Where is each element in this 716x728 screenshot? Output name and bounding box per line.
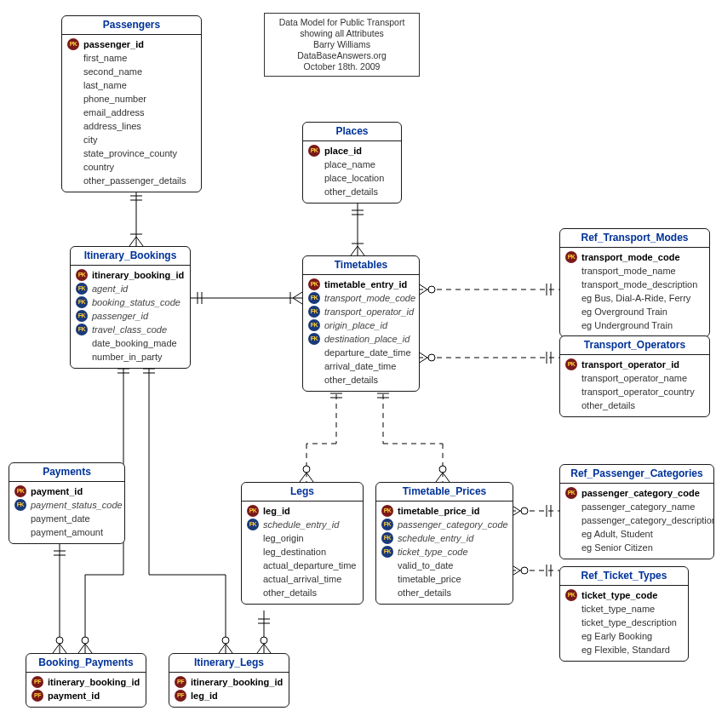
attribute-row: other_details	[308, 373, 414, 387]
attribute-name: place_name	[324, 158, 375, 170]
attr-list: PKticket_type_codeticket_type_nameticket…	[560, 586, 688, 661]
attribute-row: eg Underground Train	[565, 318, 704, 332]
attribute-name: schedule_entry_id	[398, 532, 473, 544]
attr-list: PKpayment_idFKpayment_status_codepayment…	[9, 482, 124, 543]
key-spacer	[565, 265, 577, 277]
attribute-row: email_address	[67, 106, 196, 119]
attribute-name: ticket_type_code	[581, 589, 657, 601]
attribute-row: ticket_type_name	[565, 602, 683, 616]
key-spacer	[308, 374, 320, 386]
attribute-row: country	[67, 160, 196, 174]
fk-badge: FK	[308, 292, 320, 304]
attribute-name: ticket_type_code	[398, 546, 468, 558]
entity-title: Booking_Payments	[26, 654, 146, 673]
attribute-name: eg Early Booking	[581, 630, 652, 642]
attribute-name: agent_id	[92, 283, 128, 295]
entity-title: Places	[303, 123, 401, 141]
attribute-row: PKpayment_id	[14, 484, 119, 498]
attribute-row: PKtransport_operator_id	[565, 358, 704, 371]
key-spacer	[67, 79, 79, 91]
attribute-name: other_details	[263, 587, 317, 599]
attribute-name: other_details	[324, 186, 378, 198]
attribute-row: FKticket_type_code	[381, 545, 507, 559]
entity-itinerary-bookings: Itinerary_Bookings PKitinerary_booking_i…	[70, 246, 191, 369]
attribute-row: FKschedule_entry_id	[247, 518, 358, 531]
key-spacer	[381, 573, 393, 585]
svg-point-25	[303, 466, 310, 473]
key-spacer	[67, 93, 79, 105]
caption-line: Barry Williams	[272, 39, 412, 50]
attribute-row: eg Overground Train	[565, 305, 704, 318]
key-spacer	[565, 644, 577, 656]
key-spacer	[247, 532, 259, 544]
svg-point-55	[56, 637, 63, 644]
attribute-row: FKschedule_entry_id	[381, 531, 507, 545]
attribute-row: PFleg_id	[175, 689, 284, 702]
key-spacer	[67, 134, 79, 146]
attribute-row: arrival_date_time	[308, 359, 414, 373]
pf-badge: PF	[175, 690, 186, 702]
attribute-row: PFitinerary_booking_id	[175, 675, 284, 689]
entity-booking-payments: Booking_Payments PFitinerary_booking_idP…	[26, 653, 146, 708]
attribute-name: timetable_price_id	[398, 505, 480, 517]
fk-badge: FK	[76, 296, 88, 308]
attribute-name: payment_status_code	[31, 499, 123, 511]
attribute-row: PKleg_id	[247, 504, 358, 518]
attribute-name: leg_id	[191, 690, 218, 702]
attribute-name: itinerary_booking_id	[48, 676, 140, 688]
key-spacer	[247, 573, 259, 585]
entity-itinerary-legs: Itinerary_Legs PFitinerary_booking_idPFl…	[169, 653, 289, 708]
attribute-name: valid_to_date	[398, 559, 453, 571]
attribute-row: timetable_price	[381, 572, 507, 586]
attribute-name: city	[83, 134, 98, 146]
entity-transport-operators: Transport_Operators PKtransport_operator…	[559, 335, 710, 417]
caption-box: Data Model for Public Transport showing …	[264, 13, 420, 77]
attribute-row: first_name	[67, 51, 196, 65]
attribute-row: PKplace_id	[308, 144, 396, 158]
entity-places: Places PKplace_idplace_nameplace_locatio…	[302, 122, 402, 203]
attr-list: PFitinerary_booking_idPFleg_id	[169, 673, 289, 707]
fk-badge: FK	[247, 519, 259, 530]
attribute-row: transport_operator_name	[565, 371, 704, 385]
svg-point-37	[521, 567, 528, 574]
attribute-name: transport_mode_code	[324, 292, 415, 304]
attribute-name: email_address	[83, 106, 145, 118]
attribute-name: eg Adult, Student	[581, 528, 653, 540]
key-spacer	[67, 52, 79, 64]
key-spacer	[67, 106, 79, 118]
entity-title: Timetables	[303, 256, 419, 275]
attribute-row: valid_to_date	[381, 559, 507, 572]
entity-title: Transport_Operators	[560, 336, 709, 355]
entity-title: Itinerary_Legs	[169, 654, 289, 673]
key-spacer	[565, 319, 577, 331]
attribute-name: other_details	[581, 399, 635, 411]
attribute-row: number_in_party	[76, 350, 185, 364]
svg-point-31	[439, 466, 446, 473]
key-spacer	[67, 120, 79, 132]
attribute-name: other_details	[398, 587, 451, 599]
key-spacer	[565, 399, 577, 411]
attribute-row: other_details	[381, 586, 507, 599]
key-spacer	[308, 347, 320, 358]
attribute-name: phone_number	[83, 93, 146, 105]
svg-point-45	[82, 637, 89, 644]
attribute-row: date_booking_made	[76, 336, 185, 350]
entity-title: Timetable_Prices	[376, 483, 513, 502]
attribute-row: FKtransport_operator_id	[308, 305, 414, 318]
key-spacer	[565, 386, 577, 398]
attribute-row: FKbooking_status_code	[76, 295, 185, 309]
key-spacer	[247, 546, 259, 558]
svg-point-33	[521, 507, 528, 514]
attribute-name: leg_origin	[263, 532, 304, 544]
attribute-name: leg_id	[263, 505, 290, 517]
attribute-name: schedule_entry_id	[263, 519, 339, 530]
svg-point-51	[222, 637, 229, 644]
svg-point-13	[428, 354, 435, 361]
attribute-name: other_passenger_details	[83, 175, 186, 186]
entity-title: Ref_Ticket_Types	[560, 567, 688, 586]
attribute-row: PKticket_type_code	[565, 588, 683, 602]
attribute-name: passenger_id	[83, 38, 144, 50]
entity-legs: Legs PKleg_idFKschedule_entry_idleg_orig…	[241, 482, 364, 605]
pk-badge: PK	[565, 251, 577, 263]
attribute-name: eg Flexible, Standard	[581, 644, 670, 656]
